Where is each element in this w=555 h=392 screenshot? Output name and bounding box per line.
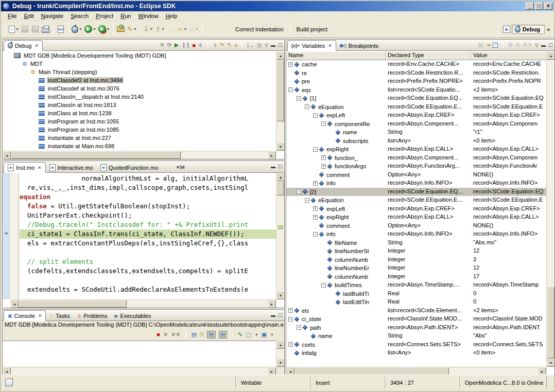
table-row[interactable]: +csetsrecord<Connect.Sets.SETS>record<Co… <box>286 341 546 349</box>
menu-item-navigate[interactable]: Navigate <box>38 12 67 20</box>
step-into-icon[interactable]: ↴ <box>212 42 217 48</box>
table-row[interactable]: −expRightrecord<Absyn.Exp.CALL>record<Ab… <box>286 145 546 154</box>
tab-breakpoints[interactable]: Breakpoints <box>336 40 382 51</box>
expand-icon[interactable]: + <box>313 206 318 211</box>
stack-frame[interactable]: instantiate at Inst.mo:227 <box>3 134 276 142</box>
table-row[interactable]: subscriptslist<Any><0 item> <box>286 137 546 146</box>
debug-button[interactable]: ▼ <box>71 24 83 35</box>
external-tools-button[interactable]: ▶▼ <box>97 24 111 35</box>
back-button[interactable]: ⇦▼ <box>176 24 188 35</box>
menu-item-edit[interactable]: Edit <box>21 12 38 20</box>
maximize-view-icon[interactable]: ☐ <box>548 43 552 48</box>
run-button[interactable]: ▶▼ <box>83 24 97 35</box>
scroll-down-icon[interactable]: ▼ <box>276 359 285 367</box>
stack-frame[interactable]: instClassdef2 at Inst.mo:3494 <box>3 76 276 84</box>
scroll-down-icon[interactable]: ▼ <box>547 359 555 367</box>
stack-frame[interactable]: instClassdef at Inst.mo:3076 <box>3 84 276 93</box>
new-watch-icon[interactable]: ⚙ <box>508 42 513 48</box>
console-horizontal-scrollbar[interactable]: ◄ ► <box>3 367 276 375</box>
debug-thread-node[interactable]: ⚙Main Thread (stepping) <box>3 68 276 76</box>
table-row[interactable]: +inforecord<Absyn.Info.INFO>record<Absyn… <box>286 179 546 188</box>
table-row[interactable]: prerecord<Prefix.Prefix.NOPRE>record<Pre… <box>286 77 546 86</box>
remove-launch-icon[interactable]: ✕ <box>163 331 168 338</box>
next-annotation-button[interactable]: ⇩▼ <box>143 24 154 35</box>
table-row[interactable]: −eEquationrecord<SCode.EEquation.E...rec… <box>286 103 546 112</box>
variables-vertical-scrollbar[interactable]: ▲ ▼ <box>546 51 554 367</box>
table-row[interactable]: lineNumberStInteger12 <box>286 247 546 256</box>
tab-console[interactable]: ▣Console✕ <box>4 310 46 321</box>
stack-frame[interactable]: instClass at Inst.mo:1238 <box>3 109 276 117</box>
table-row[interactable]: −[1]record<SCode.Equation.EQ...record<SC… <box>286 94 546 103</box>
expand-icon[interactable]: + <box>288 342 293 347</box>
stack-frame[interactable]: instProgram at Inst.mo:1055 <box>3 117 276 126</box>
minimize-view-icon[interactable]: ▬ <box>271 164 275 169</box>
scroll-left-icon[interactable]: ◄ <box>3 151 11 159</box>
save-all-button[interactable] <box>30 24 41 35</box>
expand-icon[interactable]: + <box>321 164 326 169</box>
table-row[interactable]: columnNumbInteger17 <box>286 273 546 281</box>
debug-perspective-button[interactable]: Debug <box>512 25 545 34</box>
variables-horizontal-scrollbar[interactable]: ◄ ► <box>286 367 546 375</box>
show-type-names-icon[interactable]: ▤ <box>478 42 483 48</box>
expand-icon[interactable]: + <box>288 308 293 313</box>
display-console-icon[interactable]: ▢ <box>246 331 251 338</box>
remove-all-launches-icon[interactable]: ✕✕ <box>171 331 180 338</box>
show-stderr-toggle-icon[interactable]: ▤ <box>219 331 227 338</box>
table-row[interactable]: +expLeftrecord<Absyn.Exp.CREF>record<Abs… <box>286 205 546 213</box>
clear-console-icon[interactable]: ▤ <box>192 331 197 338</box>
stack-frame[interactable]: instProgram at Inst.mo:1085 <box>3 126 276 134</box>
tab-debug[interactable]: Debug ✕ <box>4 40 43 51</box>
tab-executables[interactable]: ▶Executables <box>111 310 155 321</box>
terminate-icon[interactable]: ■ <box>157 331 160 337</box>
scroll-up-icon[interactable]: ▲ <box>276 51 285 60</box>
debug-relaunch-icon[interactable]: ⟳ <box>167 42 171 48</box>
minimize-view-icon[interactable]: ▬ <box>541 43 546 48</box>
disconnect-icon[interactable]: ⏚ <box>198 42 202 48</box>
view-menu-icon[interactable]: ▽ <box>535 43 539 48</box>
menu-item-help[interactable]: Help <box>162 12 181 20</box>
show-logical-structure-icon[interactable]: ⇥ <box>485 42 490 48</box>
minimize-view-icon[interactable]: ▬ <box>271 313 275 318</box>
format-brush-button[interactable]: ✎▼ <box>126 24 138 35</box>
collapse-icon[interactable]: − <box>305 198 309 203</box>
menu-item-search[interactable]: Search <box>67 12 92 20</box>
collapse-icon[interactable]: − <box>288 317 293 322</box>
collapse-icon[interactable]: − <box>297 189 301 194</box>
maximize-button[interactable]: □ <box>535 3 543 10</box>
perspective-overflow-button[interactable]: » <box>545 26 552 32</box>
scroll-left-icon[interactable]: ◄ <box>10 300 19 308</box>
table-row[interactable]: −componentRerecord<Absyn.Component...rec… <box>286 120 546 129</box>
collapse-icon[interactable]: − <box>305 104 309 109</box>
column-header-value[interactable]: Value <box>471 51 546 60</box>
table-row[interactable]: +cacherecord<Env.Cache.CACHE>record<Env.… <box>286 60 546 69</box>
code-editor[interactable]: normalAlgorithmLst = alg, initialAlgorit… <box>20 174 276 299</box>
debug-process-node[interactable]: ⚙MDT <box>3 60 276 68</box>
table-row[interactable]: nameString"Abs" <box>286 332 546 341</box>
step-over-icon[interactable]: ↷ <box>219 42 224 48</box>
table-row[interactable]: rerecord<SCode.Restriction.R...record<SC… <box>286 69 546 78</box>
debug-launch-node[interactable]: MDT GDB [Modelica Developement Tooling (… <box>3 51 276 60</box>
fast-view-button[interactable] <box>5 379 13 386</box>
forward-button[interactable]: ⇨▼ <box>188 24 200 35</box>
table-row[interactable] <box>286 358 546 366</box>
console-vertical-scrollbar[interactable]: ▲ ▼ <box>276 341 284 367</box>
print-button[interactable] <box>41 24 51 35</box>
suspend-icon[interactable]: ❙❙ <box>181 42 189 48</box>
last-edit-location-button[interactable]: ← <box>166 24 176 35</box>
step-return-icon[interactable]: ↰ <box>227 42 232 48</box>
table-row[interactable]: fileNameString"Abs.mo" <box>286 239 546 247</box>
table-row[interactable]: +expRightrecord<Absyn.Exp.CALL>record<Ab… <box>286 213 546 222</box>
pin-console-icon[interactable]: ✎ <box>238 331 242 338</box>
show-output-toggle-icon[interactable]: ▤ <box>207 331 215 338</box>
scroll-up-icon[interactable]: ▲ <box>276 341 285 349</box>
table-row[interactable]: −expLeftrecord<Absyn.Exp.CREF>record<Abs… <box>286 111 546 120</box>
editor-tab-quotedfunction-mo[interactable]: MQuotedFunction.mo <box>97 162 162 173</box>
editor-horizontal-scrollbar[interactable]: ◄ ► <box>10 299 276 308</box>
table-row[interactable]: lastEditTinReal0 <box>286 298 546 307</box>
resume-icon[interactable]: ▶ <box>175 42 179 48</box>
expand-icon[interactable]: + <box>321 155 326 160</box>
table-row[interactable]: commentOption<Any>NONE() <box>286 222 546 230</box>
table-row[interactable]: lastBuildTiReal0 <box>286 290 546 298</box>
scroll-up-icon[interactable]: ▲ <box>276 173 285 181</box>
console-output[interactable] <box>3 341 276 367</box>
